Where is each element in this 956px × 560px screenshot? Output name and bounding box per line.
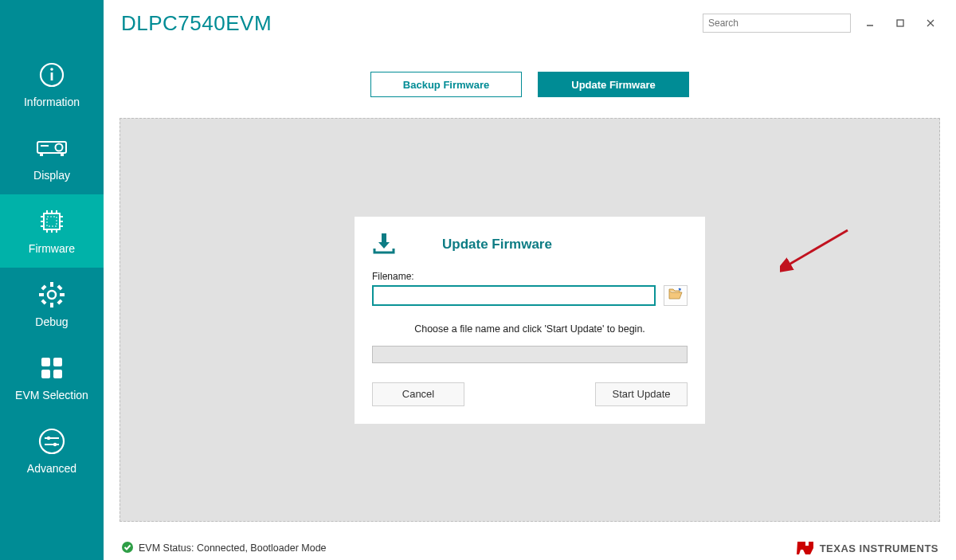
svg-rect-28: [57, 299, 62, 304]
ti-mark-icon: [796, 540, 815, 556]
sidebar-item-evm-selection[interactable]: EVM Selection: [0, 341, 104, 414]
svg-rect-24: [50, 303, 53, 307]
folder-open-icon: [668, 288, 683, 303]
sidebar-item-label: Display: [33, 169, 70, 182]
svg-rect-5: [41, 145, 49, 147]
grid-icon: [36, 352, 68, 384]
instruction-text: Choose a file name and click 'Start Upda…: [372, 323, 688, 335]
svg-rect-6: [40, 154, 43, 156]
svg-rect-31: [41, 358, 50, 366]
projector-icon: [36, 132, 68, 164]
brand-text: TEXAS INSTRUMENTS: [820, 542, 938, 554]
maximize-button[interactable]: [889, 14, 911, 33]
sliders-icon: [36, 425, 68, 457]
button-label: Cancel: [402, 388, 434, 400]
svg-point-4: [56, 144, 63, 151]
search-input[interactable]: [703, 14, 851, 33]
svg-point-37: [47, 437, 50, 440]
start-update-button[interactable]: Start Update: [595, 382, 688, 406]
svg-rect-44: [382, 233, 386, 242]
svg-rect-33: [41, 370, 50, 378]
sidebar-item-firmware[interactable]: Firmware: [0, 194, 104, 268]
file-row: [372, 285, 688, 306]
app-title: DLPC7540EVM: [121, 11, 272, 36]
filename-field[interactable]: [372, 285, 656, 306]
browse-button[interactable]: [664, 285, 688, 306]
sidebar-item-label: Firmware: [29, 242, 75, 255]
close-button[interactable]: [919, 14, 942, 33]
filename-label: Filename:: [372, 271, 688, 282]
sidebar-item-display[interactable]: Display: [0, 121, 104, 194]
gear-icon: [36, 279, 68, 311]
svg-rect-8: [44, 213, 60, 229]
status-ok-icon: [121, 541, 134, 556]
tab-backup-firmware[interactable]: Backup Firmware: [370, 72, 522, 97]
update-firmware-card: Update Firmware Filename:: [355, 217, 705, 424]
sidebar-item-label: Debug: [35, 315, 68, 328]
sidebar-item-label: Information: [24, 96, 80, 108]
svg-point-35: [40, 429, 64, 453]
svg-rect-32: [53, 358, 62, 366]
chip-icon: [36, 206, 68, 237]
app-root: Information Display Firmware Debug EVM S: [0, 0, 956, 560]
sidebar-item-debug[interactable]: Debug: [0, 268, 104, 341]
ti-logo: TEXAS INSTRUMENTS: [796, 540, 938, 556]
annotation-arrow: [780, 226, 852, 274]
svg-rect-25: [39, 293, 44, 296]
svg-rect-30: [41, 299, 46, 304]
svg-rect-7: [61, 154, 64, 156]
topbar: DLPC7540EVM: [104, 0, 956, 46]
progress-bar: [372, 346, 688, 363]
tab-label: Update Firmware: [571, 79, 655, 91]
svg-point-39: [53, 443, 57, 446]
dialog-button-row: Cancel Start Update: [372, 382, 688, 406]
info-icon: [36, 59, 68, 91]
svg-rect-9: [47, 217, 57, 226]
svg-point-22: [48, 291, 56, 299]
svg-rect-41: [897, 20, 903, 26]
main: DLPC7540EVM Backup Firmware Update Firmw…: [104, 0, 956, 560]
tab-update-firmware[interactable]: Update Firmware: [538, 72, 689, 97]
svg-point-2: [50, 68, 53, 71]
sidebar-item-label: EVM Selection: [15, 389, 88, 401]
svg-rect-27: [41, 284, 46, 290]
sidebar-item-label: Advanced: [27, 462, 76, 475]
svg-marker-45: [378, 242, 390, 249]
sidebar: Information Display Firmware Debug EVM S: [0, 0, 104, 560]
tab-label: Backup Firmware: [403, 79, 489, 91]
sidebar-item-information[interactable]: Information: [0, 48, 104, 121]
content-area: Update Firmware Filename:: [120, 118, 940, 522]
download-icon: [372, 231, 396, 258]
svg-rect-1: [51, 72, 53, 80]
cancel-button[interactable]: Cancel: [372, 382, 464, 406]
card-title: Update Firmware: [442, 237, 552, 253]
svg-rect-23: [50, 282, 53, 287]
sidebar-item-advanced[interactable]: Advanced: [0, 414, 104, 488]
svg-rect-26: [60, 293, 65, 296]
button-label: Start Update: [613, 388, 671, 400]
tab-row: Backup Firmware Update Firmware: [104, 46, 956, 118]
svg-rect-29: [57, 284, 62, 290]
status-text: EVM Status: Connected, Bootloader Mode: [139, 542, 327, 554]
svg-line-46: [786, 230, 848, 266]
svg-rect-34: [53, 370, 62, 378]
statusbar: EVM Status: Connected, Bootloader Mode T…: [104, 536, 956, 560]
card-header: Update Firmware: [372, 231, 688, 258]
minimize-button[interactable]: [859, 14, 881, 33]
